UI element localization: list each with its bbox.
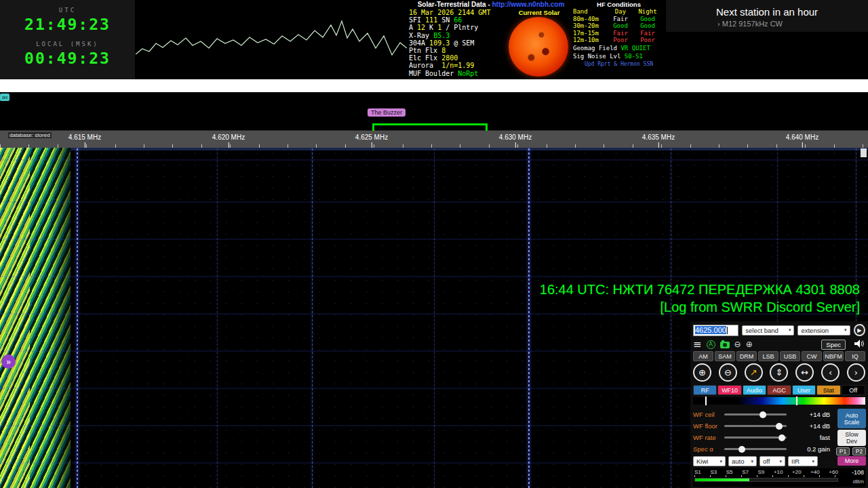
s-meter: S1S3S5S7S9+10+20+40+60 -108 dBm <box>693 468 865 487</box>
tab-wf10[interactable]: WF10 <box>717 385 741 395</box>
slider-row-spec-: Spec α0.2 gain <box>693 443 833 455</box>
mode-buttons: AMSAMDRMLSBUSBCWNBFMIQ <box>693 351 865 361</box>
band-select[interactable]: select band ▾ <box>742 325 794 336</box>
page-left-button[interactable]: ‹ <box>821 363 840 382</box>
hf-cell: Good <box>608 22 633 30</box>
slider-thumb[interactable] <box>776 423 783 430</box>
auto-select[interactable]: auto▾ <box>728 456 757 466</box>
zoom-to-band-button[interactable]: ↗ <box>745 363 763 382</box>
slider-track[interactable] <box>724 436 787 439</box>
tab-rf[interactable]: RF <box>693 385 717 395</box>
slider-label: WF rate <box>693 434 724 441</box>
text-segment: X-Ray <box>409 32 433 39</box>
volume-icon[interactable] <box>854 340 864 350</box>
frequency-row: 4625.000 select band ▾ extension ▾ ▶ <box>693 324 865 336</box>
text-segment: 8 <box>441 47 446 54</box>
p1-button[interactable]: P1 <box>836 447 850 455</box>
slider-thumb[interactable] <box>738 446 745 453</box>
kiwi-select[interactable]: Kiwi▾ <box>693 456 726 466</box>
colormap-marker-low <box>705 396 707 405</box>
slider-label: WF floor <box>693 422 724 430</box>
mode-lsb[interactable]: LSB <box>758 351 778 361</box>
text-segment: 2800 <box>441 54 458 62</box>
tab-agc[interactable]: AGC <box>767 385 791 395</box>
scale-label: 4.635 MHz <box>642 134 675 141</box>
dx-label-the-buzzer[interactable]: The Buzzer <box>368 108 406 117</box>
mode-nbfm[interactable]: NBFM <box>823 351 844 361</box>
slider-thumb[interactable] <box>760 411 766 418</box>
mode-cw[interactable]: CW <box>802 351 822 361</box>
solar-data-line: A 12 K 1 / Plntry <box>409 24 490 31</box>
hf-cell: Night <box>633 8 663 16</box>
text-segment: B5.3 <box>433 32 450 39</box>
carrier-line <box>217 148 218 488</box>
hf-cell: 12m-10m <box>573 37 608 44</box>
chevron-down-icon: ▾ <box>779 459 782 464</box>
slider-track[interactable] <box>724 425 787 427</box>
text-segment: 12 <box>417 24 425 31</box>
frequency-value: 4625.000 <box>695 326 726 334</box>
slow-dev-button[interactable]: Slow Dev <box>837 430 866 446</box>
hf-cell: 30m-20m <box>573 22 608 30</box>
tab-user[interactable]: User <box>792 385 816 395</box>
zoom-max-in-button[interactable]: ⇕ <box>770 363 788 382</box>
solar-title-link[interactable]: http://www.n0nbh.com <box>492 1 565 8</box>
zoom-max-out-button[interactable]: ↔ <box>795 363 814 382</box>
scale-label: 4.615 MHz <box>68 134 101 141</box>
tab-stat[interactable]: Stat <box>816 385 840 395</box>
hf-header-row: BandDayNight <box>573 8 665 16</box>
mode-drm[interactable]: DRM <box>736 351 757 361</box>
zoom-in-button[interactable]: ⊕ <box>693 363 711 382</box>
local-time: 00:49:23 <box>0 49 135 67</box>
slider-value: 0.2 gain <box>807 445 833 453</box>
iir-select[interactable]: IIR▾ <box>788 456 818 466</box>
corner-label[interactable]: ax <box>0 94 9 101</box>
noise-history-graph <box>136 0 407 79</box>
mode-sam[interactable]: SAM <box>715 351 735 361</box>
text-segment: @ SEM <box>450 39 474 47</box>
more-button[interactable]: More <box>837 456 866 466</box>
hf-cell: Good <box>633 22 663 30</box>
solar-data-line: SFI 111 SN 66 <box>409 16 490 24</box>
frequency-scale[interactable]: database: stored 4.615 MHz4.620 MHz4.625… <box>0 130 868 148</box>
mode-iq[interactable]: IQ <box>845 351 865 361</box>
menu-icon[interactable]: ≡ <box>693 340 702 349</box>
p2-button[interactable]: P2 <box>852 447 866 455</box>
slider-track[interactable] <box>724 448 787 450</box>
waterfall[interactable]: 16:44 UTC: НЖТИ 76472 ПЕРЕДЕРЖКА 4301 88… <box>0 148 868 488</box>
slider-track[interactable] <box>724 413 787 415</box>
zoom-out-button[interactable]: ⊖ <box>719 363 737 382</box>
frequency-input[interactable]: 4625.000 <box>693 325 738 336</box>
slider-value: +14 dB <box>810 411 833 418</box>
carrier-line <box>312 148 313 488</box>
audio-record-icon[interactable]: A <box>707 340 715 349</box>
passband-bracket <box>372 123 488 131</box>
text-segment: A <box>409 24 417 31</box>
off-select[interactable]: off▾ <box>760 456 785 466</box>
text-segment: NoRpt <box>458 70 478 77</box>
tab-audio[interactable]: Audio <box>743 385 766 395</box>
text-segment: / Plntry <box>441 24 478 31</box>
text-segment: VR QUIET <box>620 45 650 52</box>
page-right-button[interactable]: › <box>847 363 865 382</box>
colormap-bar[interactable] <box>693 397 865 405</box>
auto-scale-button[interactable]: Auto Scale <box>837 409 866 428</box>
band-zoom-out-icon[interactable]: ⊖ <box>734 340 741 349</box>
chevron-down-icon: ▾ <box>719 459 722 464</box>
slider-value: +14 dB <box>810 422 833 430</box>
band-zoom-in-icon[interactable]: ⊕ <box>746 340 753 349</box>
panel-toggle-icon[interactable]: » <box>1 354 16 369</box>
slider-thumb[interactable] <box>778 434 785 441</box>
mode-usb[interactable]: USB <box>780 351 800 361</box>
spec-button[interactable]: Spec <box>821 340 846 350</box>
play-button[interactable]: ▶ <box>854 324 865 336</box>
mode-am[interactable]: AM <box>693 351 713 361</box>
solar-title: Solar-Terrestrial Data - http://www.n0nb… <box>407 1 575 8</box>
tab-off[interactable]: Off <box>842 385 865 395</box>
solar-data-line: 16 Mar 2026 2144 GMT <box>409 9 490 16</box>
utc-label: UTC <box>0 7 135 14</box>
extension-select[interactable]: extension ▾ <box>797 325 850 336</box>
hf-cell: Band <box>573 8 608 16</box>
colormap-marker-high <box>796 396 797 405</box>
camera-icon[interactable] <box>720 342 730 348</box>
